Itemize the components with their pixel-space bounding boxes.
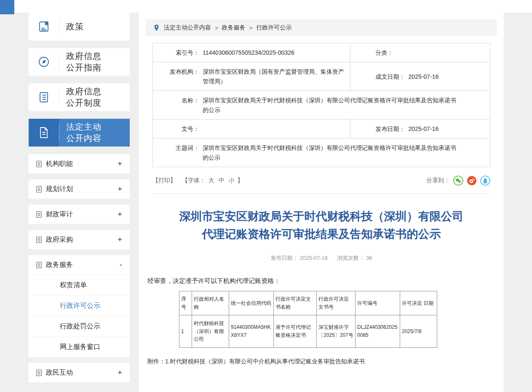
written-date-value: 2025-07-16	[405, 72, 439, 81]
col-credit-code: 统一社会信用代码	[229, 291, 274, 315]
attachment-link[interactable]: 附件：1.时代财税科技（深圳）有限公司中介机构从事代理记账业务审批告知承诺书	[147, 358, 497, 365]
written-date-label: 成文日期：	[376, 72, 405, 81]
category-value	[393, 48, 397, 57]
sidebar-item-policy[interactable]: 政策	[29, 13, 130, 40]
sidebar-menu-organ-functions: 机构职能 +	[29, 154, 130, 173]
table-row: 文号： 发布日期： 2025-07-16	[153, 119, 490, 138]
subject-words-value: 深圳市宝安区财政局关于时代财税科技（深圳）有限公司代理记账资格许可审批结果及告知…	[199, 143, 490, 162]
publisher-label: 发布机构：	[153, 67, 199, 86]
publish-date-caption: 发布日期：	[271, 255, 298, 261]
qq-share-icon[interactable]	[480, 176, 490, 186]
submenu-item-online-service-window[interactable]: 网上服务窗口	[29, 336, 130, 357]
category-label: 分类：	[376, 48, 393, 57]
breadcrumb-separator: >	[249, 25, 253, 31]
doc-number-value	[199, 124, 350, 133]
breadcrumb-item-services[interactable]: 政务服务	[222, 24, 246, 32]
submenu-item-admin-license-publicity[interactable]: 行政许可公示	[29, 295, 130, 316]
plus-icon: +	[118, 368, 122, 377]
sidebar-item-label: 政策	[59, 21, 84, 32]
view-count-caption: 浏览次数：	[337, 255, 364, 261]
document-icon	[29, 119, 59, 147]
table-row: 主题词： 深圳市宝安区财政局关于时代财税科技（深圳）有限公司代理记账资格许可审批…	[153, 139, 490, 167]
sidebar-menu-procurement: 政府采购 +	[29, 230, 130, 249]
document-meta-table: 索引号： 114403060075505234/2025-00326 分类： 发…	[152, 43, 490, 167]
publish-date-label: 发布日期：	[376, 124, 405, 133]
plus-icon: +	[118, 184, 122, 194]
article-toolbar: 【打印】 【字体： 大 中 小 】 分享到：	[152, 176, 490, 186]
page-icon	[36, 186, 42, 192]
table-header-row: 序号 行政相对人名称 统一社会信用代码 行政许可决定文书名称 行政许可决定文书号…	[179, 291, 437, 315]
breadcrumb: 法定主动公开内容 > 政务服务 > 行政许可公示	[146, 19, 497, 36]
weibo-share-icon[interactable]	[467, 176, 477, 186]
font-size-small-button[interactable]: 小	[229, 177, 235, 184]
col-counterpart-name: 行政相对人名称	[192, 291, 229, 315]
sidebar-item-label: 法定主动公开内容	[59, 121, 107, 144]
page-icon	[36, 161, 42, 167]
doc-name-value: 深圳市宝安区财政局关于时代财税科技（深圳）有限公司代理记账资格许可审批结果及告知…	[199, 96, 490, 115]
breadcrumb-item-license-publicity[interactable]: 行政许可公示	[256, 24, 291, 32]
breadcrumb-item-statutory[interactable]: 法定主动公开内容	[164, 24, 211, 32]
table-row: 名称： 深圳市宝安区财政局关于时代财税科技（深圳）有限公司代理记账资格许可审批结…	[153, 91, 490, 120]
wechat-share-icon[interactable]	[453, 176, 463, 186]
menu-item-public-interaction[interactable]: 政民互动 +	[29, 363, 130, 382]
plus-icon: +	[118, 235, 122, 244]
minus-icon: -	[120, 260, 122, 269]
cell-decision-date: 2025/7/8	[400, 315, 437, 347]
menu-item-label: 政府采购	[46, 235, 73, 244]
license-result-table: 序号 行政相对人名称 统一社会信用代码 行政许可决定文书名称 行政许可决定文书号…	[179, 291, 437, 348]
font-size-medium-button[interactable]: 中	[219, 177, 225, 184]
sidebar-menu-public-interaction: 政民互动 +	[29, 363, 130, 382]
index-number-value: 114403060075505234/2025-00326	[199, 48, 350, 57]
sidebar-item-info-guide[interactable]: 政府信息公开指南	[29, 48, 130, 76]
menu-item-label: 规划计划	[46, 185, 73, 194]
share-bar: 分享到：	[426, 176, 490, 186]
page-icon	[36, 211, 42, 218]
submenu-item-admin-penalty-publicity[interactable]: 行政处罚公示	[29, 316, 130, 336]
view-count: 36	[366, 255, 372, 261]
menu-item-label: 政民互动	[46, 368, 73, 377]
sidebar-item-label: 政府信息公开制度	[59, 86, 107, 109]
font-size-label: 【字体：	[182, 177, 206, 184]
col-decision-doc-name: 行政许可决定文书名称	[274, 291, 317, 315]
plus-icon: +	[118, 159, 122, 168]
menu-item-label: 机构职能	[46, 160, 73, 168]
sidebar-item-info-system[interactable]: 政府信息公开制度	[29, 83, 130, 111]
cell-serial-number: 1	[179, 315, 192, 347]
sidebar-item-statutory-disclosure[interactable]: 法定主动公开内容	[29, 119, 130, 147]
menu-item-organ-functions[interactable]: 机构职能 +	[29, 154, 130, 173]
doc-number-label: 文号：	[153, 124, 199, 133]
page-icon	[36, 370, 42, 376]
menu-item-procurement[interactable]: 政府采购 +	[29, 230, 130, 249]
cell-counterpart-name: 时代财税科技（深圳）有限公司	[192, 315, 229, 347]
sidebar-item-label: 政府信息公开指南	[59, 51, 107, 73]
dashed-divider	[152, 193, 490, 194]
share-label: 分享到：	[426, 177, 450, 184]
page-icon	[36, 237, 42, 243]
print-button[interactable]: 【打印】	[152, 177, 176, 184]
list-icon	[29, 83, 59, 111]
menu-item-label: 政务服务	[46, 261, 73, 269]
plus-icon: +	[118, 210, 122, 219]
sidebar: 政策 政府信息公开指南 政府信息公开制度	[29, 13, 130, 392]
sidebar-menu-audit: 财政审计 +	[29, 205, 130, 224]
col-license-number: 许可编号	[356, 291, 400, 315]
col-serial-number: 序号	[179, 291, 192, 315]
table-row: 1 时代财税科技（深圳）有限公司 91440300MA5HKX8YX7 准予许可…	[179, 315, 437, 347]
publish-info: 发布日期：2025-07-16浏览次数：36	[146, 254, 497, 262]
publish-date: 2025-07-16	[300, 255, 328, 261]
cell-license-number: DLJZ44030620250085	[356, 315, 400, 347]
publisher-value: 深圳市宝安区财政局（国有资产监督管理局、集体资产管理局）	[199, 67, 350, 86]
page-layout: 政策 政府信息公开指南 政府信息公开制度	[29, 13, 504, 392]
menu-item-government-services[interactable]: 政务服务 -	[29, 255, 130, 275]
page-icon	[36, 262, 42, 268]
menu-item-audit[interactable]: 财政审计 +	[29, 205, 130, 224]
page-title: 深圳市宝安区财政局关于时代财税科技（深圳）有限公司代理记账资格许可审批结果及告知…	[174, 208, 469, 243]
main-panel: 法定主动公开内容 > 政务服务 > 行政许可公示 索引号： 1144030600…	[139, 13, 504, 392]
book-icon	[29, 13, 59, 40]
sidebar-menu-government-services: 政务服务 - 权责清单 行政许可公示 行政处罚公示 网上服务窗口	[29, 255, 130, 357]
menu-item-planning[interactable]: 规划计划 +	[29, 179, 130, 199]
font-size-large-button[interactable]: 大	[209, 177, 214, 184]
subject-words-label: 主题词：	[153, 143, 199, 162]
cell-decision-doc-number: 深宝财准许字〔2025〕207号	[317, 315, 356, 347]
submenu-item-duty-list[interactable]: 权责清单	[29, 275, 130, 295]
